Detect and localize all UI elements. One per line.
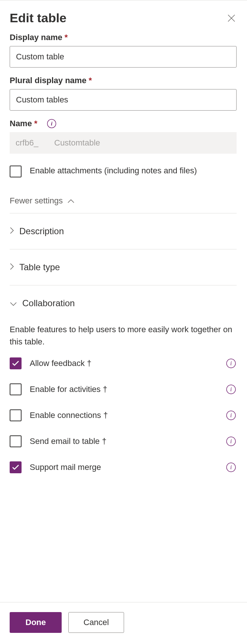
description-title: Description: [19, 226, 64, 236]
plural-display-name-input[interactable]: [10, 89, 237, 111]
send-email-checkbox[interactable]: [10, 435, 22, 447]
scroll-area[interactable]: Display name * Plural display name * Nam…: [0, 29, 247, 602]
svg-text:i: i: [230, 386, 232, 392]
svg-text:i: i: [230, 438, 232, 444]
check-icon: [12, 464, 19, 470]
info-icon[interactable]: i: [225, 436, 237, 447]
svg-text:i: i: [230, 412, 232, 418]
collaboration-section-header[interactable]: Collaboration: [10, 285, 237, 321]
allow-feedback-row: Allow feedback † i: [10, 357, 237, 369]
enable-attachments-row: Enable attachments (including notes and …: [10, 165, 237, 177]
enable-connections-label: Enable connections †: [30, 411, 217, 420]
name-prefix: crfb6_: [10, 132, 48, 154]
edit-table-panel: Edit table Display name * Plural display…: [0, 0, 247, 644]
plural-display-name-field: Plural display name *: [10, 76, 237, 111]
check-icon: [12, 360, 19, 366]
enable-activities-row: Enable for activities † i: [10, 383, 237, 395]
enable-connections-row: Enable connections † i: [10, 409, 237, 421]
enable-attachments-checkbox[interactable]: [10, 166, 22, 177]
send-email-row: Send email to table † i: [10, 435, 237, 447]
plural-display-name-label: Plural display name *: [10, 76, 237, 85]
svg-text:i: i: [230, 464, 232, 470]
mail-merge-label: Support mail merge: [30, 462, 217, 472]
display-name-field: Display name *: [10, 33, 237, 68]
collaboration-description: Enable features to help users to more ea…: [10, 323, 237, 348]
name-input-row: crfb6_ Customtable: [10, 132, 237, 154]
form-content: Display name * Plural display name * Nam…: [10, 33, 243, 473]
svg-text:i: i: [230, 360, 232, 366]
info-icon[interactable]: i: [225, 462, 237, 473]
collaboration-title: Collaboration: [22, 298, 75, 308]
send-email-label: Send email to table †: [30, 437, 217, 446]
close-button[interactable]: [226, 13, 237, 23]
close-icon: [227, 14, 235, 22]
info-icon[interactable]: i: [225, 410, 237, 421]
name-label: Name * i: [10, 119, 237, 128]
allow-feedback-label: Allow feedback †: [30, 359, 217, 368]
enable-attachments-label: Enable attachments (including notes and …: [30, 165, 197, 177]
required-indicator: *: [89, 76, 92, 85]
table-type-title: Table type: [19, 262, 60, 272]
chevron-right-icon: [10, 262, 14, 272]
required-indicator: *: [34, 119, 38, 128]
table-type-section-header[interactable]: Table type: [10, 249, 237, 285]
fewer-settings-toggle[interactable]: Fewer settings: [10, 196, 237, 206]
chevron-right-icon: [10, 226, 14, 236]
enable-activities-label: Enable for activities †: [30, 385, 217, 394]
info-icon[interactable]: i: [225, 358, 237, 369]
done-button[interactable]: Done: [10, 612, 62, 633]
mail-merge-row: Support mail merge i: [10, 461, 237, 473]
required-indicator: *: [65, 33, 68, 42]
name-value: Customtable: [48, 132, 237, 154]
enable-connections-checkbox[interactable]: [10, 409, 22, 421]
cancel-button[interactable]: Cancel: [68, 612, 124, 633]
chevron-up-icon: [67, 196, 75, 206]
description-section-header[interactable]: Description: [10, 213, 237, 249]
name-field: Name * i crfb6_ Customtable: [10, 119, 237, 154]
svg-text:i: i: [51, 121, 53, 127]
allow-feedback-checkbox[interactable]: [10, 357, 22, 369]
name-info-icon[interactable]: i: [47, 119, 56, 128]
display-name-input[interactable]: [10, 46, 237, 68]
enable-activities-checkbox[interactable]: [10, 383, 22, 395]
info-icon[interactable]: i: [225, 384, 237, 395]
panel-header: Edit table: [0, 0, 247, 29]
panel-footer: Done Cancel: [0, 602, 247, 644]
display-name-label: Display name *: [10, 33, 237, 42]
panel-title: Edit table: [10, 11, 66, 25]
mail-merge-checkbox[interactable]: [10, 461, 22, 473]
chevron-down-icon: [10, 298, 17, 308]
